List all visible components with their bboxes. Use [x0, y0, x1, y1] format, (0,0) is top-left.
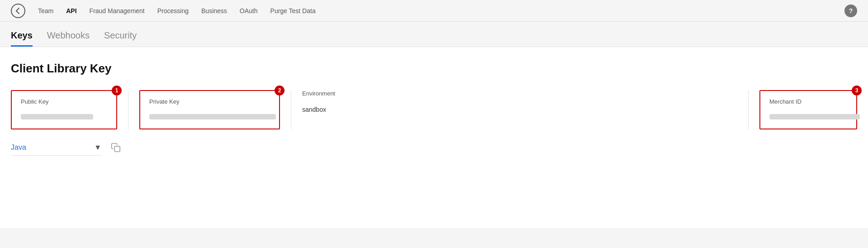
language-dropdown[interactable]: Java ▼	[11, 143, 101, 156]
tab-webhooks[interactable]: Webhooks	[47, 30, 90, 47]
merchant-id-section: 3 Merchant ID	[749, 90, 857, 129]
merchant-id-badge: 3	[852, 86, 862, 95]
public-key-value	[21, 114, 93, 119]
main-content: Client Library Key 1 Public Key 2 Privat…	[0, 47, 868, 228]
bottom-section: Java ▼	[11, 140, 857, 158]
chevron-down-icon: ▼	[94, 143, 101, 152]
merchant-id-value	[769, 114, 860, 119]
top-nav: Team API Fraud Management Processing Bus…	[0, 0, 868, 22]
public-key-card: 1 Public Key	[11, 90, 117, 129]
public-key-label: Public Key	[21, 98, 107, 105]
back-button[interactable]	[11, 4, 25, 18]
tab-bar: Keys Webhooks Security	[0, 22, 868, 47]
copy-icon[interactable]	[109, 140, 123, 155]
public-key-badge: 1	[112, 86, 122, 95]
nav-api[interactable]: API	[66, 7, 76, 14]
nav-fraud[interactable]: Fraud Management	[90, 7, 145, 14]
merchant-id-card: 3 Merchant ID	[759, 90, 857, 129]
nav-purge[interactable]: Purge Test Data	[270, 7, 316, 14]
nav-links: Team API Fraud Management Processing Bus…	[38, 7, 832, 14]
environment-label: Environment	[302, 90, 737, 97]
private-key-badge: 2	[275, 86, 285, 95]
environment-value: sandbox	[302, 106, 737, 113]
nav-team[interactable]: Team	[38, 7, 53, 14]
language-label: Java	[11, 143, 26, 152]
environment-section: Environment sandbox	[291, 90, 749, 129]
tab-security[interactable]: Security	[104, 30, 137, 47]
copy-icon-area	[109, 140, 123, 158]
private-key-value	[149, 114, 276, 119]
public-key-section: 1 Public Key	[11, 90, 128, 129]
nav-business[interactable]: Business	[201, 7, 227, 14]
merchant-id-label: Merchant ID	[769, 98, 847, 105]
private-key-label: Private Key	[149, 98, 270, 105]
cards-row: 1 Public Key 2 Private Key Environment s…	[11, 90, 857, 129]
nav-oauth[interactable]: OAuth	[240, 7, 258, 14]
tab-keys[interactable]: Keys	[11, 30, 33, 47]
private-key-card: 2 Private Key	[139, 90, 280, 129]
section-title: Client Library Key	[11, 62, 857, 76]
nav-processing[interactable]: Processing	[157, 7, 189, 14]
svg-rect-0	[114, 146, 120, 152]
private-key-section: 2 Private Key	[128, 90, 291, 129]
help-button[interactable]: ?	[844, 5, 857, 17]
